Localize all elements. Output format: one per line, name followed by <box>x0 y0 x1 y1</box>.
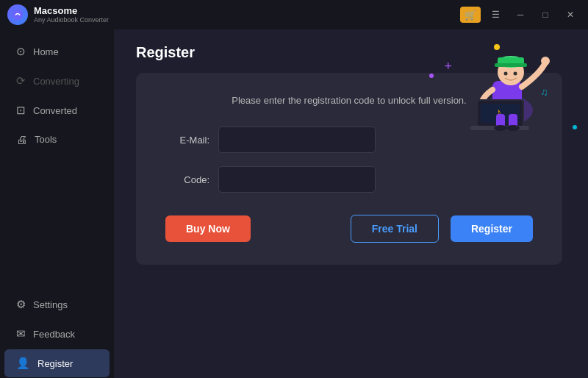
code-input-wrapper: 🔑 <box>218 166 533 193</box>
maximize-icon: □ <box>542 10 548 20</box>
code-input[interactable] <box>218 166 376 193</box>
svg-point-8 <box>514 72 517 76</box>
menu-icon: ☰ <box>492 10 500 20</box>
email-input-wrapper: ✉ <box>218 126 533 153</box>
sidebar-item-register[interactable]: 👤 Register <box>4 349 110 377</box>
free-trial-button[interactable]: Free Trial <box>351 215 439 243</box>
titlebar-left: Macsome Any Audiobook Converter <box>7 4 109 25</box>
sidebar-item-tools[interactable]: 🖨 Tools <box>4 126 110 153</box>
app-logo <box>7 4 28 25</box>
sidebar-label-tools: Tools <box>35 134 57 145</box>
cart-icon: 🛒 <box>465 10 476 21</box>
sidebar-label-home: Home <box>33 46 59 57</box>
svg-point-9 <box>541 57 550 65</box>
sidebar-item-feedback[interactable]: ✉ Feedback <box>4 320 110 348</box>
close-icon: ✕ <box>567 10 574 20</box>
register-button[interactable]: Register <box>451 215 533 242</box>
tools-icon: 🖨 <box>16 133 27 146</box>
sidebar-item-home[interactable]: ⊙ Home <box>4 38 110 65</box>
email-label: E-Mail: <box>165 135 209 146</box>
titlebar: Macsome Any Audiobook Converter 🛒 ☰ ─ □ … <box>0 0 588 29</box>
code-row: Code: 🔑 <box>165 166 533 193</box>
svg-text:♫: ♫ <box>540 86 548 98</box>
converting-icon: ⟳ <box>16 74 26 88</box>
app-title: Macsome <box>34 5 109 17</box>
sidebar-label-converting: Converting <box>33 76 79 87</box>
sidebar-item-converting: ⟳ Converting <box>4 67 110 95</box>
maximize-button[interactable]: □ <box>535 7 556 23</box>
app-subtitle: Any Audiobook Converter <box>34 16 109 24</box>
home-icon: ⊙ <box>16 45 26 58</box>
main-layout: ⊙ Home ⟳ Converting ⊡ Converted 🖨 Tools … <box>0 29 588 378</box>
cart-button[interactable]: 🛒 <box>460 7 481 23</box>
svg-point-0 <box>12 10 23 20</box>
app-name: Macsome Any Audiobook Converter <box>34 5 109 24</box>
svg-point-7 <box>504 72 508 76</box>
sidebar-label-converted: Converted <box>33 105 77 116</box>
sidebar-label-settings: Settings <box>33 299 68 310</box>
sidebar-item-settings[interactable]: ⚙ Settings <box>4 290 110 318</box>
form-actions: Buy Now Free Trial Register <box>165 215 533 243</box>
content-area: + <box>114 29 588 378</box>
illustration: ♪ ♫ <box>426 37 573 132</box>
minimize-icon: ─ <box>517 10 524 20</box>
titlebar-right: 🛒 ☰ ─ □ ✕ <box>460 7 581 23</box>
svg-rect-6 <box>495 63 527 67</box>
email-row: E-Mail: ✉ <box>165 126 533 153</box>
minimize-button[interactable]: ─ <box>510 7 531 23</box>
buy-now-button[interactable]: Buy Now <box>165 215 251 242</box>
sidebar-item-converted[interactable]: ⊡ Converted <box>4 96 110 124</box>
converted-icon: ⊡ <box>16 104 26 117</box>
close-button[interactable]: ✕ <box>560 7 581 23</box>
sidebar: ⊙ Home ⟳ Converting ⊡ Converted 🖨 Tools … <box>0 29 114 378</box>
feedback-icon: ✉ <box>16 327 26 340</box>
email-input[interactable] <box>218 126 376 153</box>
code-label: Code: <box>165 174 209 185</box>
settings-icon: ⚙ <box>16 298 26 311</box>
menu-button[interactable]: ☰ <box>485 7 506 23</box>
register-icon: 👤 <box>16 357 30 370</box>
sidebar-label-feedback: Feedback <box>33 329 75 340</box>
sidebar-label-register: Register <box>37 358 73 369</box>
